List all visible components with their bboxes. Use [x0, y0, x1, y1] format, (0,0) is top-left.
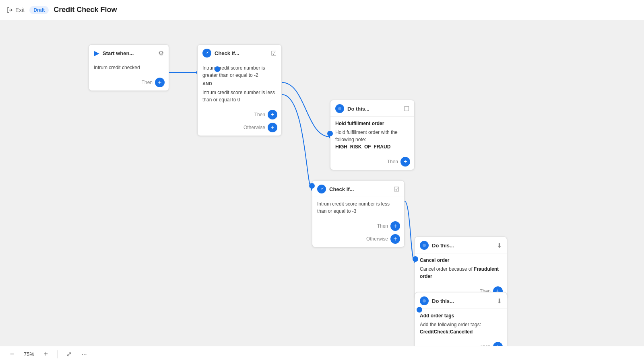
do3-body: Add order tags Add the following order t… — [415, 309, 507, 339]
do3-node: Do this... ⬇ Add order tags Add the foll… — [415, 292, 507, 346]
do1-node: Do this... ☐ Hold fulfillment order Hold… — [330, 100, 415, 170]
exit-label: Exit — [15, 7, 25, 13]
do1-header: Do this... ☐ — [330, 100, 414, 117]
check1-otherwise-add[interactable]: + — [268, 123, 277, 132]
do2-node: Do this... ⬇ Cancel order Cancel order b… — [415, 237, 507, 300]
check2-then-add[interactable]: + — [390, 221, 400, 231]
do3-action-icon[interactable]: ⬇ — [497, 297, 502, 305]
check2-title: Check if... — [329, 186, 390, 192]
connector-dot-2 — [327, 131, 333, 136]
connector-dot-5 — [417, 307, 422, 313]
connector-dot-4 — [413, 256, 418, 262]
check2-header: Check if... ☑ — [312, 181, 404, 197]
fit-button[interactable]: ⤢ — [63, 349, 74, 360]
do1-action-icon[interactable]: ☐ — [404, 105, 409, 113]
check1-then-add[interactable]: + — [268, 110, 277, 119]
start-body: Intrum credit checked — [89, 61, 169, 74]
do3-add[interactable]: + — [493, 342, 503, 346]
do2-action-icon[interactable]: ⬇ — [497, 242, 502, 249]
check1-node: Check if... ☑ Intrum credit score number… — [197, 44, 282, 136]
start-footer: Then + — [89, 74, 169, 90]
do3-title: Do this... — [432, 298, 493, 304]
check1-footer: Then + — [198, 107, 281, 123]
exit-icon — [6, 7, 13, 13]
start-settings-icon[interactable]: ⚙ — [158, 49, 164, 57]
zoom-out-button[interactable]: − — [6, 349, 18, 360]
start-node: ▶ Start when... ⚙ Intrum credit checked … — [89, 44, 169, 91]
connector-dot-1 — [215, 66, 220, 72]
check1-body: Intrum credit score number is greater th… — [198, 61, 281, 107]
more-button[interactable]: ··· — [78, 349, 90, 360]
zoom-in-button[interactable]: + — [40, 349, 52, 360]
do1-icon — [335, 104, 344, 113]
do2-header: Do this... ⬇ — [415, 237, 507, 253]
check2-action-icon[interactable]: ☑ — [394, 185, 399, 193]
check2-footer: Then + — [312, 218, 404, 234]
svg-point-7 — [338, 107, 341, 110]
start-add-button[interactable]: + — [155, 78, 165, 87]
do1-add[interactable]: + — [400, 157, 410, 167]
connector-dot-3 — [309, 183, 315, 189]
check2-otherwise-row: Otherwise + — [312, 234, 404, 247]
do1-body: Hold fulfillment order Hold fulfillment … — [330, 117, 414, 154]
app-header: Exit Draft Credit Check Flow — [0, 0, 644, 20]
check2-otherwise-add[interactable]: + — [390, 234, 400, 244]
do1-footer: Then + — [330, 154, 414, 170]
do1-title: Do this... — [347, 106, 400, 112]
svg-point-9 — [423, 299, 426, 302]
do3-footer: Then + — [415, 339, 507, 346]
check2-body: Intrum credit score number is less than … — [312, 197, 404, 218]
check1-header: Check if... ☑ — [198, 45, 281, 61]
bottom-toolbar: − 75% + ⤢ ··· — [0, 346, 644, 362]
do3-header: Do this... ⬇ — [415, 292, 507, 309]
check1-action-icon[interactable]: ☑ — [271, 49, 277, 57]
do1-then-label: Then — [387, 159, 398, 165]
do2-icon — [420, 241, 429, 250]
check2-otherwise-label: Otherwise — [366, 236, 388, 242]
do2-body: Cancel order Cancel order because of Fra… — [415, 253, 507, 283]
check1-icon — [202, 49, 211, 58]
check1-otherwise-label: Otherwise — [244, 125, 265, 130]
check2-then-label: Then — [377, 223, 388, 229]
toolbar-separator — [57, 350, 58, 358]
exit-button[interactable]: Exit — [6, 7, 25, 13]
flow-canvas: ▶ Start when... ⚙ Intrum credit checked … — [0, 20, 644, 346]
svg-point-8 — [423, 244, 426, 247]
check1-title: Check if... — [215, 50, 268, 56]
flow-title: Credit Check Flow — [54, 6, 117, 14]
draft-badge: Draft — [29, 6, 49, 14]
check2-node: Check if... ☑ Intrum credit score number… — [312, 180, 405, 247]
check1-then-label: Then — [254, 112, 265, 117]
start-title: Start when... — [103, 50, 155, 56]
do2-title: Do this... — [432, 243, 493, 249]
check2-icon — [317, 185, 326, 193]
do3-icon — [420, 296, 429, 305]
check1-otherwise-row: Otherwise + — [198, 123, 281, 136]
start-header: ▶ Start when... ⚙ — [89, 45, 169, 61]
start-icon: ▶ — [94, 49, 99, 58]
zoom-level: 75% — [22, 351, 36, 357]
start-then-label: Then — [142, 80, 153, 85]
